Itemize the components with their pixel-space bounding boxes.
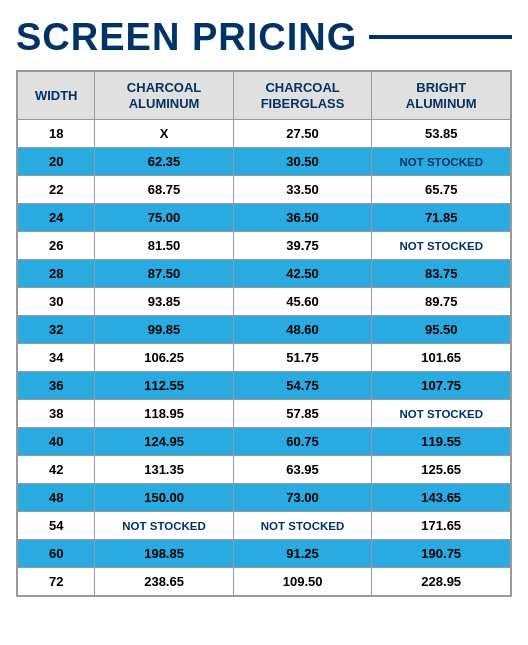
- table-cell: 106.25: [95, 344, 233, 372]
- table-row: 38118.9557.85NOT STOCKED: [17, 400, 511, 428]
- table-row: 36112.5554.75107.75: [17, 372, 511, 400]
- table-cell: 62.35: [95, 148, 233, 176]
- table-cell: 73.00: [233, 484, 372, 512]
- table-cell: 54.75: [233, 372, 372, 400]
- table-cell: NOT STOCKED: [372, 232, 511, 260]
- table-cell: X: [95, 120, 233, 148]
- table-cell: 83.75: [372, 260, 511, 288]
- table-cell: 171.65: [372, 512, 511, 540]
- table-cell: 143.65: [372, 484, 511, 512]
- table-cell: 27.50: [233, 120, 372, 148]
- table-cell: 93.85: [95, 288, 233, 316]
- table-cell: 228.95: [372, 568, 511, 597]
- table-cell: NOT STOCKED: [372, 400, 511, 428]
- header-section: SCREEN PRICING: [16, 18, 512, 56]
- pricing-table: WIDTH CHARCOALALUMINUM CHARCOALFIBERGLAS…: [16, 70, 512, 597]
- table-cell: 34: [17, 344, 95, 372]
- table-cell: 89.75: [372, 288, 511, 316]
- table-cell: 131.35: [95, 456, 233, 484]
- table-cell: 36: [17, 372, 95, 400]
- table-cell: 124.95: [95, 428, 233, 456]
- table-row: 2268.7533.5065.75: [17, 176, 511, 204]
- table-cell: 81.50: [95, 232, 233, 260]
- table-cell: 119.55: [372, 428, 511, 456]
- table-cell: 60: [17, 540, 95, 568]
- table-cell: 112.55: [95, 372, 233, 400]
- table-cell: 101.65: [372, 344, 511, 372]
- table-cell: 54: [17, 512, 95, 540]
- table-row: 2681.5039.75NOT STOCKED: [17, 232, 511, 260]
- table-cell: 68.75: [95, 176, 233, 204]
- table-row: 42131.3563.95125.65: [17, 456, 511, 484]
- table-row: 2475.0036.5071.85: [17, 204, 511, 232]
- table-header-row: WIDTH CHARCOALALUMINUM CHARCOALFIBERGLAS…: [17, 71, 511, 120]
- table-cell: 150.00: [95, 484, 233, 512]
- table-cell: 30: [17, 288, 95, 316]
- table-row: 2887.5042.5083.75: [17, 260, 511, 288]
- table-cell: 48.60: [233, 316, 372, 344]
- table-cell: 53.85: [372, 120, 511, 148]
- table-row: 18X27.5053.85: [17, 120, 511, 148]
- table-cell: 22: [17, 176, 95, 204]
- table-cell: 60.75: [233, 428, 372, 456]
- table-cell: 125.65: [372, 456, 511, 484]
- table-cell: 24: [17, 204, 95, 232]
- table-cell: 51.75: [233, 344, 372, 372]
- table-cell: 198.85: [95, 540, 233, 568]
- table-cell: 65.75: [372, 176, 511, 204]
- table-cell: 63.95: [233, 456, 372, 484]
- table-cell: 238.65: [95, 568, 233, 597]
- table-cell: 99.85: [95, 316, 233, 344]
- table-cell: 45.60: [233, 288, 372, 316]
- table-cell: 72: [17, 568, 95, 597]
- table-row: 72238.65109.50228.95: [17, 568, 511, 597]
- table-cell: 38: [17, 400, 95, 428]
- table-cell: 26: [17, 232, 95, 260]
- table-cell: 91.25: [233, 540, 372, 568]
- table-cell: 42: [17, 456, 95, 484]
- table-row: 2062.3530.50NOT STOCKED: [17, 148, 511, 176]
- table-cell: 42.50: [233, 260, 372, 288]
- table-row: 48150.0073.00143.65: [17, 484, 511, 512]
- table-cell: 71.85: [372, 204, 511, 232]
- col-header-bright-alum: BRIGHTALUMINUM: [372, 71, 511, 120]
- table-cell: 40: [17, 428, 95, 456]
- table-cell: 75.00: [95, 204, 233, 232]
- header-line: [369, 35, 512, 39]
- table-cell: 20: [17, 148, 95, 176]
- table-cell: NOT STOCKED: [372, 148, 511, 176]
- col-header-width: WIDTH: [17, 71, 95, 120]
- table-row: 40124.9560.75119.55: [17, 428, 511, 456]
- table-cell: 57.85: [233, 400, 372, 428]
- table-cell: 87.50: [95, 260, 233, 288]
- table-row: 34106.2551.75101.65: [17, 344, 511, 372]
- table-row: 60198.8591.25190.75: [17, 540, 511, 568]
- table-cell: 107.75: [372, 372, 511, 400]
- table-cell: 33.50: [233, 176, 372, 204]
- table-row: 3299.8548.6095.50: [17, 316, 511, 344]
- table-cell: NOT STOCKED: [233, 512, 372, 540]
- col-header-charcoal-fiber: CHARCOALFIBERGLASS: [233, 71, 372, 120]
- table-cell: NOT STOCKED: [95, 512, 233, 540]
- table-cell: 18: [17, 120, 95, 148]
- table-cell: 48: [17, 484, 95, 512]
- table-cell: 32: [17, 316, 95, 344]
- col-header-charcoal-alum: CHARCOALALUMINUM: [95, 71, 233, 120]
- table-cell: 30.50: [233, 148, 372, 176]
- table-cell: 28: [17, 260, 95, 288]
- table-cell: 190.75: [372, 540, 511, 568]
- table-cell: 118.95: [95, 400, 233, 428]
- table-cell: 39.75: [233, 232, 372, 260]
- table-cell: 95.50: [372, 316, 511, 344]
- table-row: 3093.8545.6089.75: [17, 288, 511, 316]
- table-cell: 109.50: [233, 568, 372, 597]
- table-row: 54NOT STOCKEDNOT STOCKED171.65: [17, 512, 511, 540]
- page-title: SCREEN PRICING: [16, 18, 357, 56]
- table-cell: 36.50: [233, 204, 372, 232]
